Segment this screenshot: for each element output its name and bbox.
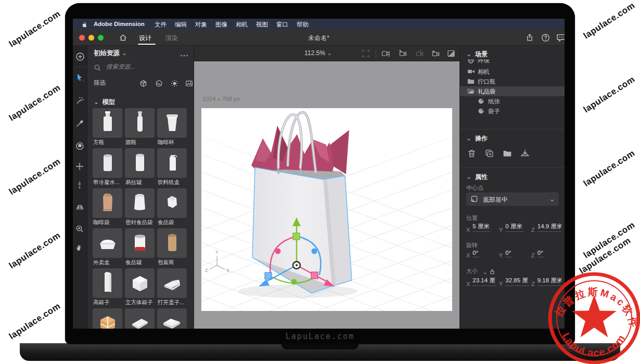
add-tool-icon[interactable] [75,52,85,61]
select-tool-icon[interactable] [75,73,85,82]
model-thumbnail[interactable] [93,308,122,329]
artboard[interactable]: Y Z X [201,108,452,311]
model-thumb-partial[interactable] [93,308,122,329]
size-x-field[interactable]: 23.14 厘 [472,277,496,286]
duplicate-icon[interactable] [485,149,494,160]
scene-section-title[interactable]: ⌄场景 [466,50,488,59]
canvas-viewport[interactable]: 1024 x 768 px [194,61,459,329]
model-thumb-partial[interactable] [125,308,155,329]
sampler-tool-icon[interactable] [75,120,85,129]
light-filter-icon[interactable] [171,80,178,88]
model-thumbnail[interactable] [125,308,155,329]
model-thumbnail[interactable] [93,148,122,178]
model-thumbnail[interactable] [157,228,187,258]
scene-item-袋子[interactable]: 袋子 [460,106,565,116]
scene-item-相机[interactable]: 相机 [460,67,565,76]
apple-menu-icon[interactable] [81,21,87,29]
group-folder-icon[interactable] [503,149,512,160]
model-thumb-圆瓶[interactable]: 圆瓶 [125,108,155,146]
model-thumb-带冷凝水...[interactable]: 带冷凝水... [93,148,122,186]
hand-tool-icon[interactable] [75,243,85,253]
model-thumbnail[interactable] [125,108,155,138]
properties-section-title[interactable]: ⌄属性 [466,173,488,181]
menu-item-5[interactable]: 相机 [236,21,248,29]
pan-tool-icon[interactable] [75,162,85,172]
magic-wand-tool-icon[interactable] [75,97,85,106]
share-icon[interactable] [526,33,534,44]
scale-y-handle[interactable] [293,233,300,240]
menu-item-2[interactable]: 编辑 [175,21,187,29]
menu-item-4[interactable]: 图像 [215,21,227,29]
model-thumb-方瓶[interactable]: 方瓶 [93,108,122,146]
size-y-field[interactable]: 32.85 厘 [505,277,529,286]
position-z-field[interactable]: 14.9 厘米 [537,223,561,232]
zoom-tool-icon[interactable] [75,225,85,234]
model-thumb-食品罐[interactable]: 食品罐 [125,228,155,266]
model-thumbnail[interactable] [125,268,155,298]
menu-item-8[interactable]: 帮助 [297,21,309,29]
pivot-dropdown[interactable]: 底部居中 ⌄ [466,192,559,206]
menu-item-3[interactable]: 对象 [195,21,207,29]
model-thumb-密封食品袋[interactable]: 密封食品袋 [125,188,155,226]
model-thumbnail[interactable] [93,188,122,218]
help-icon[interactable] [541,33,550,44]
model-thumb-partial[interactable] [157,308,187,329]
model-thumb-包装筒[interactable]: 包装筒 [157,228,187,266]
model-thumbnail[interactable] [93,108,122,138]
model-thumbnail[interactable] [157,108,187,138]
camera-undo-icon[interactable] [398,49,407,60]
model-thumbnail[interactable] [157,188,187,218]
menu-item-6[interactable]: 视图 [256,21,268,29]
model-thumb-外卖盒[interactable]: 外卖盒 [93,228,122,266]
actions-section-title[interactable]: ⌄操作 [466,134,488,143]
scene-item-礼品袋[interactable]: 礼品袋 [460,86,565,96]
model-thumb-打开盖子...[interactable]: 打开盖子... [157,268,187,306]
camera-keyframe-icon[interactable] [381,49,390,60]
rotation-x-field[interactable]: 0° [472,250,479,257]
search-input[interactable] [106,63,184,70]
match-image-icon[interactable] [447,49,456,60]
drop-to-ground-icon[interactable] [520,149,530,160]
trash-icon[interactable] [467,149,476,160]
rotation-y-field[interactable]: 0° [505,250,512,257]
model-thumb-咖啡杯[interactable]: 咖啡杯 [157,108,187,146]
rotate-handle-green[interactable] [291,279,297,285]
model-thumb-饮料纸盒[interactable]: 饮料纸盒 [157,148,187,186]
orbit-tool-icon[interactable] [75,141,85,151]
scene-item-纸张[interactable]: 纸张 [460,96,565,106]
model-thumb-高箱子[interactable]: 高箱子 [93,268,122,306]
model-thumb-易拉罐[interactable]: 易拉罐 [125,148,155,186]
scale-x-handle[interactable] [311,272,318,279]
assets-panel-title[interactable]: 初始资源 ⌄ [94,49,127,58]
rotation-z-field[interactable]: 0° [537,250,544,257]
zoom-control[interactable]: 112.5% ⌄ [304,49,332,57]
menu-item-7[interactable]: 窗口 [276,21,288,29]
camera-redo-icon[interactable] [415,49,424,60]
model-thumb-食品袋[interactable]: 食品袋 [157,188,187,226]
model-thumb-立方体箱子[interactable]: 立方体箱子 [125,268,155,306]
model-filter-icon[interactable] [139,80,147,88]
model-thumbnail[interactable] [157,148,187,178]
feedback-chat-icon[interactable] [556,33,565,44]
material-filter-icon[interactable] [155,80,163,88]
models-section-header[interactable]: ⌄ 模型 [94,98,115,107]
scene-item-环境[interactable]: 环境 [460,59,565,65]
dolly-tool-icon[interactable] [75,181,85,190]
model-thumbnail[interactable] [93,228,122,258]
model-thumbnail[interactable] [125,188,155,218]
horizon-tool-icon[interactable] [75,203,85,212]
model-thumbnail[interactable] [157,268,187,298]
menu-item-1[interactable]: 文件 [155,21,167,29]
scene-item-拧口瓶[interactable]: 拧口瓶 [460,76,565,86]
model-thumbnail[interactable] [93,268,122,298]
camera-bookmark-icon[interactable] [431,49,440,60]
image-filter-icon[interactable] [185,80,193,88]
menu-app-name[interactable]: Adobe Dimension [94,21,145,27]
model-thumbnail[interactable] [157,308,187,329]
fit-frame-icon[interactable] [362,49,370,60]
scene-3d-view[interactable]: Y Z X [201,108,452,311]
assets-more-icon[interactable] [180,50,188,59]
position-x-field[interactable]: 5 厘米 [472,223,491,232]
model-thumb-咖啡袋[interactable]: 咖啡袋 [93,188,122,226]
rotate-handle-pink[interactable] [275,249,281,254]
